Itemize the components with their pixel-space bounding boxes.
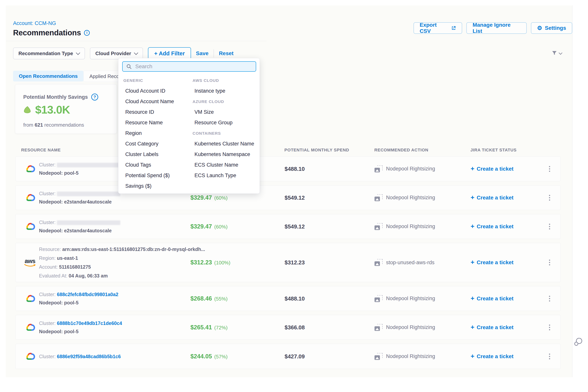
filter-option-resource-group[interactable]: Resource Group bbox=[192, 118, 256, 128]
filter-option-cloud-account-id[interactable]: Cloud Account ID bbox=[123, 86, 190, 96]
settings-button[interactable]: ⚙ Settings bbox=[531, 22, 572, 34]
plus-icon: + bbox=[470, 324, 474, 330]
nodepool-label: Nodepool: bbox=[39, 170, 63, 176]
resource-label: Resource: bbox=[39, 246, 61, 252]
row-menu-button[interactable] bbox=[548, 323, 552, 332]
cluster-name-redacted[interactable] bbox=[57, 220, 120, 225]
rightsizing-icon bbox=[374, 295, 382, 302]
filter-option-kubernetes-namespace[interactable]: Kubernetes Namespace bbox=[192, 149, 256, 160]
recommended-action-label: Nodepool Rightsizing bbox=[386, 324, 435, 330]
column-header-recommended-action: RECOMMENDED ACTION bbox=[374, 148, 428, 152]
spend-amount: $549.12 bbox=[284, 223, 305, 230]
filter-option-resource-id[interactable]: Resource ID bbox=[123, 107, 190, 118]
evaluated-at-value: 04 Aug, 06:33 am bbox=[68, 273, 108, 278]
row-menu-button[interactable] bbox=[548, 222, 552, 231]
filter-option-cluster-labels[interactable]: Cluster Labels bbox=[123, 149, 190, 160]
filter-search-input[interactable] bbox=[135, 63, 243, 70]
row-menu-button[interactable] bbox=[548, 164, 552, 173]
table-row: Cluster: 6886e92f59a48cad86b5b1c6 $244.0… bbox=[15, 344, 561, 369]
row-menu-button[interactable] bbox=[548, 294, 552, 303]
filter-option-instance-type[interactable]: Instance type bbox=[192, 86, 256, 96]
create-ticket-button[interactable]: +Create a ticket bbox=[470, 166, 514, 172]
column-header-potential-monthly-spend: POTENTIAL MONTHLY SPEND bbox=[284, 148, 349, 152]
create-ticket-button[interactable]: +Create a ticket bbox=[470, 296, 514, 302]
filter-option-cost-category[interactable]: Cost Category bbox=[123, 138, 190, 149]
create-ticket-label: Create a ticket bbox=[477, 296, 514, 302]
manage-ignore-list-button[interactable]: Manage Ignore List bbox=[466, 22, 526, 34]
info-icon[interactable]: i bbox=[84, 30, 90, 36]
row-menu-button[interactable] bbox=[548, 193, 552, 202]
create-ticket-label: Create a ticket bbox=[477, 260, 514, 266]
recommendations-page: Account: CCM-NG Recommendations i Export… bbox=[0, 0, 588, 392]
create-ticket-label: Create a ticket bbox=[477, 354, 514, 360]
potential-monthly-savings-card: Potential Monthly Savings ? $13.0K from … bbox=[15, 84, 117, 134]
region-label: Region: bbox=[39, 256, 56, 261]
cluster-name-link[interactable]: 6888b1c70e49db17c1de60c4 bbox=[57, 320, 122, 326]
filter-option-ecs-launch-type[interactable]: ECS Launch Type bbox=[192, 170, 256, 181]
divider bbox=[214, 50, 214, 58]
nodepool-label: Nodepool: bbox=[39, 199, 63, 204]
save-filter-button[interactable]: Save bbox=[196, 50, 208, 56]
create-ticket-button[interactable]: +Create a ticket bbox=[470, 354, 514, 360]
filter-section-aws-cloud: AWS CLOUD bbox=[192, 75, 256, 86]
add-filter-label: + Add Filter bbox=[154, 50, 185, 57]
filter-option-cloud-tags[interactable]: Cloud Tags bbox=[123, 160, 190, 170]
chevron-down-icon bbox=[76, 51, 80, 55]
help-icon[interactable]: ? bbox=[91, 94, 98, 100]
row-menu-button[interactable] bbox=[548, 258, 552, 267]
cluster-name-redacted[interactable] bbox=[57, 192, 120, 196]
savings-leaf-icon bbox=[22, 105, 32, 114]
cloud-provider-dropdown[interactable]: Cloud Provider bbox=[90, 48, 143, 60]
savings-percent: (72%) bbox=[214, 325, 228, 331]
savings-percent: (100%) bbox=[214, 260, 230, 266]
filter-option-ecs-cluster-name[interactable]: ECS Cluster Name bbox=[192, 160, 256, 170]
cluster-name-redacted[interactable] bbox=[57, 163, 120, 167]
row-menu-button[interactable] bbox=[548, 352, 552, 361]
savings-value: $13.0K bbox=[35, 103, 70, 116]
recommended-action-label: Nodepool Rightsizing bbox=[386, 224, 435, 230]
filter-option-region[interactable]: Region bbox=[123, 128, 190, 138]
aws-icon: aws bbox=[24, 258, 36, 267]
filter-search-box[interactable] bbox=[122, 61, 256, 72]
savings-amount: $244.05 bbox=[190, 353, 212, 360]
column-header-resource-name: RESOURCE NAME bbox=[21, 148, 61, 152]
export-csv-label: Export CSV bbox=[420, 22, 448, 34]
cluster-label: Cluster: bbox=[39, 191, 56, 196]
cluster-label: Cluster: bbox=[39, 292, 56, 297]
spend-amount: $488.10 bbox=[284, 166, 305, 172]
reset-filter-button[interactable]: Reset bbox=[219, 50, 234, 56]
filter-option-potential-spend[interactable]: Potential Spend ($) bbox=[123, 170, 190, 181]
manage-ignore-list-label: Manage Ignore List bbox=[472, 22, 520, 34]
spend-amount: $488.10 bbox=[284, 295, 305, 302]
recommended-action-label: stop-unused-aws-rds bbox=[386, 260, 434, 266]
cluster-name-link[interactable]: 6886e92f59a48cad86b5b1c6 bbox=[57, 354, 121, 359]
chevron-down-icon bbox=[134, 51, 138, 55]
filter-option-vm-size[interactable]: VM Size bbox=[192, 107, 256, 118]
filter-option-cloud-account-name[interactable]: Cloud Account Name bbox=[123, 96, 190, 107]
support-chat-icon[interactable] bbox=[573, 337, 584, 349]
account-value: 511616801275 bbox=[59, 264, 91, 270]
account-breadcrumb[interactable]: Account: CCM-NG bbox=[13, 20, 56, 26]
create-ticket-button[interactable]: +Create a ticket bbox=[470, 260, 514, 266]
create-ticket-button[interactable]: +Create a ticket bbox=[470, 195, 514, 201]
gear-icon: ⚙ bbox=[537, 25, 542, 31]
external-link-icon bbox=[451, 26, 456, 30]
resource-value: arn:aws:rds:us-east-1:511616801275:db:zn… bbox=[62, 246, 205, 252]
savings-percent: (60%) bbox=[214, 224, 228, 230]
create-ticket-button[interactable]: +Create a ticket bbox=[470, 224, 514, 230]
filter-funnel-button[interactable] bbox=[551, 50, 562, 56]
export-csv-button[interactable]: Export CSV bbox=[414, 22, 462, 34]
add-filter-button[interactable]: + Add Filter bbox=[148, 47, 191, 60]
nodepool-label: Nodepool: bbox=[39, 329, 63, 334]
cluster-name-link[interactable]: 688c2fefc84fbdc99801a0a2 bbox=[57, 292, 118, 297]
table-row: Cluster: Nodepool: e2standar4autoscale $… bbox=[15, 185, 561, 210]
tab-open-recommendations[interactable]: Open Recommendations bbox=[13, 71, 84, 82]
filter-option-savings[interactable]: Savings ($) bbox=[123, 181, 190, 192]
create-ticket-button[interactable]: +Create a ticket bbox=[470, 324, 514, 330]
recommendation-type-dropdown[interactable]: Recommendation Type bbox=[13, 48, 85, 60]
filter-option-kubernetes-cluster-name[interactable]: Kubernetes Cluster Name bbox=[192, 138, 256, 149]
nodepool-value: pool-5 bbox=[64, 300, 78, 305]
filter-option-resource-name[interactable]: Resource Name bbox=[123, 118, 190, 128]
table-row: Cluster: Nodepool: pool-5 $488.10 Nodepo… bbox=[15, 156, 561, 181]
content-panel: Account: CCM-NG Recommendations i Export… bbox=[6, 6, 572, 377]
